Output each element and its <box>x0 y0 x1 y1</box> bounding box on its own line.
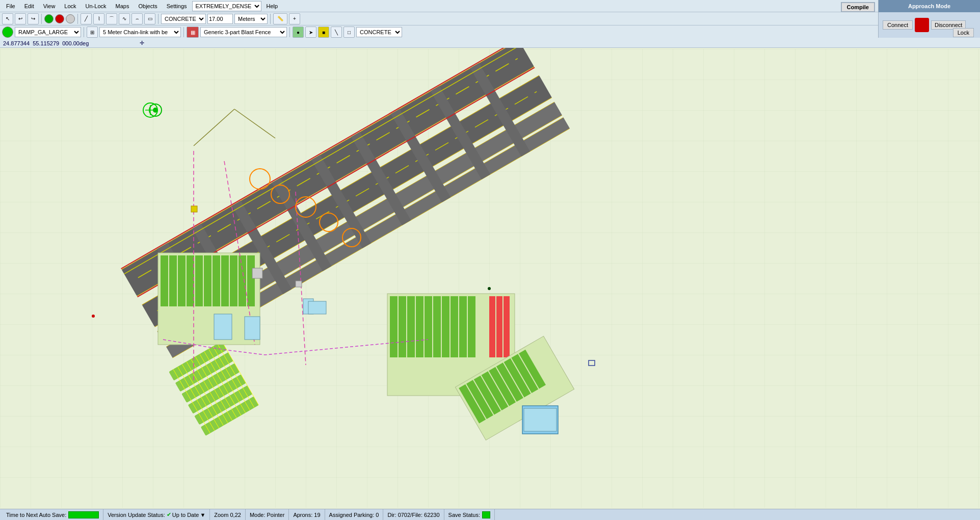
aprons-value: 19 <box>314 512 320 518</box>
separator-3 <box>158 14 158 24</box>
top-bar: File Edit View Lock Un-Lock Maps Objects… <box>0 0 980 38</box>
svg-rect-76 <box>390 296 398 357</box>
svg-rect-72 <box>308 301 326 314</box>
dropdown-arrow-icon[interactable]: ▼ <box>200 512 205 518</box>
redo-btn[interactable]: ↪ <box>28 13 39 24</box>
menu-file[interactable]: File <box>2 2 19 10</box>
svg-rect-100 <box>524 408 557 431</box>
svg-rect-47 <box>161 255 168 306</box>
toolbar-2: RAMP_GA_LARGE RAMP_GA_SMALL RAMP_AIRLINE… <box>0 25 980 39</box>
svg-point-101 <box>488 287 491 290</box>
measure-tool-btn[interactable]: 📏 <box>273 13 287 24</box>
red-indicator <box>915 18 929 32</box>
arrow-btn[interactable]: ➤ <box>305 27 316 38</box>
save-label: Save Status: <box>448 512 480 518</box>
svg-rect-83 <box>451 296 458 357</box>
diagonal-btn[interactable]: ╲ <box>331 27 342 38</box>
mode-segment: Mode: Pointer <box>246 509 289 520</box>
coord-y: 55.115279 <box>33 40 59 46</box>
svg-rect-48 <box>169 255 177 306</box>
compile-btn[interactable]: Compile <box>841 2 875 12</box>
yellow-shape-btn[interactable]: ■ <box>318 27 329 38</box>
svg-rect-50 <box>187 255 194 306</box>
polyline-tool-btn[interactable]: ⌇ <box>93 13 104 24</box>
svg-rect-79 <box>416 296 423 357</box>
svg-rect-80 <box>425 296 432 357</box>
line-tool-btn[interactable]: ╱ <box>81 13 92 24</box>
density-dropdown[interactable]: EXTREMELY_DENSE <box>192 1 261 11</box>
svg-rect-81 <box>433 296 441 357</box>
separator-4 <box>270 14 271 24</box>
unit-dropdown[interactable]: Meters Feet <box>234 14 268 24</box>
texture-btn[interactable]: ▦ <box>187 27 199 38</box>
menu-lock[interactable]: Lock <box>60 2 80 10</box>
menu-view[interactable]: View <box>39 2 60 10</box>
svg-rect-87 <box>496 296 502 357</box>
save-segment: Save Status: <box>444 509 495 520</box>
menu-bar: File Edit View Lock Un-Lock Maps Objects… <box>0 0 980 12</box>
approach-mode-btn[interactable]: Approach Mode <box>879 0 980 12</box>
svg-rect-69 <box>214 314 232 340</box>
separator-7 <box>289 27 290 37</box>
version-segment: Version Update Status: ✔ Up to Date ▼ <box>103 509 210 520</box>
pointer-tool-btn[interactable]: ↖ <box>2 13 13 24</box>
auto-save-segment: Time to Next Auto Save: <box>2 509 103 520</box>
svg-rect-77 <box>399 296 406 357</box>
version-label: Version Update Status: <box>108 512 165 518</box>
grid-btn[interactable]: ⊞ <box>87 27 98 38</box>
status-circle <box>2 27 13 38</box>
circle-shape-btn[interactable]: ● <box>293 27 304 38</box>
menu-help[interactable]: Help <box>262 2 282 10</box>
separator-6 <box>183 27 184 37</box>
square-btn[interactable]: □ <box>343 27 355 38</box>
color-red-btn[interactable] <box>55 14 64 23</box>
mode-value: Pointer <box>267 512 285 518</box>
dir-value: 62230 <box>424 512 440 518</box>
color-grey-btn[interactable] <box>66 14 75 23</box>
zoom-segment: Zoom 0,22 <box>210 509 246 520</box>
color-green-btn[interactable] <box>44 14 54 23</box>
material-dropdown[interactable]: CONCRETE ASPHALT GRASS <box>161 14 206 24</box>
status-bar: Time to Next Auto Save: Version Update S… <box>0 509 980 520</box>
menu-unlock[interactable]: Un-Lock <box>82 2 111 10</box>
fence-dropdown[interactable]: Generic 3-part Blast Fence <box>200 27 287 37</box>
auto-save-bar <box>68 511 99 518</box>
parking-value: 0 <box>376 512 379 518</box>
coord-cursor-icon: ✛ <box>140 40 144 46</box>
svg-rect-52 <box>204 255 211 306</box>
chainlink-dropdown[interactable]: 5 Meter Chain-link with be <box>99 27 181 37</box>
svg-rect-49 <box>178 255 186 306</box>
canvas-area[interactable] <box>0 48 980 509</box>
svg-rect-51 <box>195 255 203 306</box>
svg-rect-78 <box>407 296 415 357</box>
menu-settings[interactable]: Settings <box>163 2 191 10</box>
undo-btn[interactable]: ↩ <box>15 13 26 24</box>
material2-dropdown[interactable]: CONCRETE ASPHALT <box>356 27 402 37</box>
up-to-date-text: Up to Date <box>172 512 199 518</box>
select-tool-btn[interactable]: ▭ <box>144 13 155 24</box>
curve-tool-btn[interactable]: ∿ <box>119 13 130 24</box>
svg-rect-70 <box>245 317 260 340</box>
svg-rect-88 <box>504 296 510 357</box>
right-panel: Approach Mode Connect Disconnect Lock <box>878 0 980 38</box>
svg-rect-68 <box>191 206 197 212</box>
zoom-label: Zoom <box>214 512 228 518</box>
menu-objects[interactable]: Objects <box>134 2 161 10</box>
svg-rect-56 <box>239 255 246 306</box>
svg-rect-82 <box>442 296 449 357</box>
coord-angle: 000.00deg <box>62 40 89 46</box>
separator-2 <box>77 14 78 24</box>
value-input[interactable] <box>207 14 233 24</box>
connect-btn[interactable]: Connect <box>883 20 913 30</box>
coords-bar: 24.877344 55.115279 000.00deg ✛ <box>0 39 980 48</box>
separator-1 <box>41 14 42 24</box>
menu-edit[interactable]: Edit <box>20 2 38 10</box>
arc-tool-btn[interactable]: ⌒ <box>106 13 117 24</box>
menu-maps[interactable]: Maps <box>112 2 134 10</box>
lock-btn[interactable]: Lock <box>953 28 974 37</box>
svg-rect-84 <box>459 296 467 357</box>
ramp-dropdown[interactable]: RAMP_GA_LARGE RAMP_GA_SMALL RAMP_AIRLINE <box>15 27 81 37</box>
add-tool-btn[interactable]: + <box>289 13 300 24</box>
svg-rect-54 <box>221 255 229 306</box>
bezier-tool-btn[interactable]: ⌢ <box>131 13 143 24</box>
